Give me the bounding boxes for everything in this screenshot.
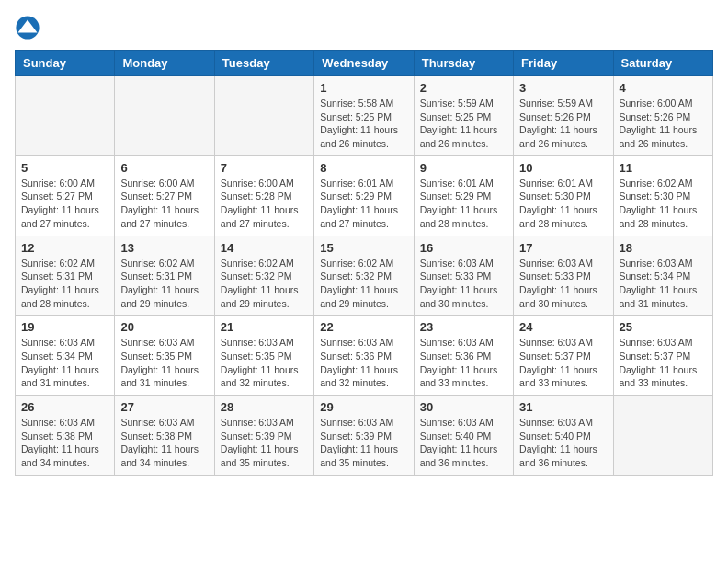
calendar-cell: 14Sunrise: 6:02 AMSunset: 5:32 PMDayligh… [214, 236, 313, 316]
calendar-cell: 5Sunrise: 6:00 AMSunset: 5:27 PMDaylight… [16, 155, 115, 236]
calendar-cell: 25Sunrise: 6:03 AMSunset: 5:37 PMDayligh… [613, 316, 712, 396]
day-number: 23 [420, 320, 507, 334]
day-number: 7 [221, 161, 308, 175]
day-info: Sunrise: 6:03 AMSunset: 5:35 PMDaylight:… [120, 336, 208, 390]
calendar-cell: 4Sunrise: 6:00 AMSunset: 5:26 PMDaylight… [613, 76, 712, 156]
day-info: Sunrise: 6:03 AMSunset: 5:35 PMDaylight:… [221, 336, 308, 390]
day-number: 30 [420, 400, 507, 414]
calendar-week-row: 5Sunrise: 6:00 AMSunset: 5:27 PMDaylight… [16, 155, 713, 236]
logo [15, 15, 44, 40]
logo-icon [15, 15, 40, 40]
day-number: 6 [120, 161, 208, 175]
day-info: Sunrise: 5:59 AMSunset: 5:26 PMDaylight:… [519, 97, 607, 151]
day-number: 14 [221, 241, 308, 255]
day-number: 26 [21, 400, 108, 414]
calendar-cell: 16Sunrise: 6:03 AMSunset: 5:33 PMDayligh… [414, 236, 513, 316]
calendar-cell: 21Sunrise: 6:03 AMSunset: 5:35 PMDayligh… [214, 316, 313, 396]
day-number: 9 [420, 161, 507, 175]
day-info: Sunrise: 6:03 AMSunset: 5:40 PMDaylight:… [519, 416, 607, 470]
calendar-cell [214, 76, 313, 156]
page-header [15, 15, 713, 40]
day-number: 2 [420, 81, 507, 95]
day-info: Sunrise: 6:03 AMSunset: 5:39 PMDaylight:… [320, 416, 407, 470]
day-number: 27 [120, 400, 208, 414]
calendar-cell: 31Sunrise: 6:03 AMSunset: 5:40 PMDayligh… [514, 396, 613, 476]
day-number: 1 [320, 81, 407, 95]
day-info: Sunrise: 6:01 AMSunset: 5:30 PMDaylight:… [519, 177, 607, 231]
day-number: 20 [120, 320, 208, 334]
day-info: Sunrise: 6:03 AMSunset: 5:34 PMDaylight:… [21, 336, 108, 390]
day-header: Friday [514, 51, 613, 76]
day-number: 8 [320, 161, 407, 175]
day-info: Sunrise: 6:01 AMSunset: 5:29 PMDaylight:… [320, 177, 407, 231]
day-number: 12 [21, 241, 108, 255]
day-info: Sunrise: 6:02 AMSunset: 5:32 PMDaylight:… [221, 257, 308, 311]
calendar-cell: 18Sunrise: 6:03 AMSunset: 5:34 PMDayligh… [613, 236, 712, 316]
calendar-cell: 8Sunrise: 6:01 AMSunset: 5:29 PMDaylight… [314, 155, 414, 236]
calendar-week-row: 26Sunrise: 6:03 AMSunset: 5:38 PMDayligh… [16, 396, 713, 476]
day-number: 4 [620, 81, 707, 95]
day-number: 5 [21, 161, 108, 175]
day-number: 13 [120, 241, 208, 255]
day-info: Sunrise: 5:58 AMSunset: 5:25 PMDaylight:… [320, 97, 407, 151]
day-info: Sunrise: 6:00 AMSunset: 5:28 PMDaylight:… [221, 177, 308, 231]
calendar-cell: 3Sunrise: 5:59 AMSunset: 5:26 PMDaylight… [514, 76, 613, 156]
calendar-cell: 12Sunrise: 6:02 AMSunset: 5:31 PMDayligh… [16, 236, 115, 316]
day-info: Sunrise: 6:02 AMSunset: 5:31 PMDaylight:… [120, 257, 208, 311]
calendar-table: SundayMondayTuesdayWednesdayThursdayFrid… [15, 50, 713, 476]
calendar-cell [16, 76, 115, 156]
calendar-header-row: SundayMondayTuesdayWednesdayThursdayFrid… [16, 51, 713, 76]
day-number: 21 [221, 320, 308, 334]
calendar-cell: 29Sunrise: 6:03 AMSunset: 5:39 PMDayligh… [314, 396, 414, 476]
day-info: Sunrise: 6:03 AMSunset: 5:33 PMDaylight:… [519, 257, 607, 311]
day-info: Sunrise: 6:03 AMSunset: 5:33 PMDaylight:… [420, 257, 507, 311]
day-info: Sunrise: 6:03 AMSunset: 5:38 PMDaylight:… [120, 416, 208, 470]
day-number: 24 [519, 320, 607, 334]
day-info: Sunrise: 6:02 AMSunset: 5:32 PMDaylight:… [320, 257, 407, 311]
calendar-cell: 23Sunrise: 6:03 AMSunset: 5:36 PMDayligh… [414, 316, 513, 396]
day-number: 22 [320, 320, 407, 334]
calendar-cell: 22Sunrise: 6:03 AMSunset: 5:36 PMDayligh… [314, 316, 414, 396]
day-number: 11 [620, 161, 707, 175]
day-number: 10 [519, 161, 607, 175]
day-info: Sunrise: 6:00 AMSunset: 5:27 PMDaylight:… [21, 177, 108, 231]
day-header: Saturday [613, 51, 712, 76]
day-info: Sunrise: 6:03 AMSunset: 5:38 PMDaylight:… [21, 416, 108, 470]
day-number: 18 [620, 241, 707, 255]
day-info: Sunrise: 6:00 AMSunset: 5:27 PMDaylight:… [120, 177, 208, 231]
calendar-cell [115, 76, 214, 156]
day-info: Sunrise: 6:00 AMSunset: 5:26 PMDaylight:… [620, 97, 707, 151]
calendar-cell: 10Sunrise: 6:01 AMSunset: 5:30 PMDayligh… [514, 155, 613, 236]
day-number: 19 [21, 320, 108, 334]
day-info: Sunrise: 6:03 AMSunset: 5:34 PMDaylight:… [620, 257, 707, 311]
calendar-cell: 20Sunrise: 6:03 AMSunset: 5:35 PMDayligh… [115, 316, 214, 396]
day-number: 3 [519, 81, 607, 95]
day-number: 15 [320, 241, 407, 255]
calendar-cell: 6Sunrise: 6:00 AMSunset: 5:27 PMDaylight… [115, 155, 214, 236]
calendar-cell: 26Sunrise: 6:03 AMSunset: 5:38 PMDayligh… [16, 396, 115, 476]
calendar-cell: 7Sunrise: 6:00 AMSunset: 5:28 PMDaylight… [214, 155, 313, 236]
day-header: Thursday [414, 51, 513, 76]
calendar-cell: 19Sunrise: 6:03 AMSunset: 5:34 PMDayligh… [16, 316, 115, 396]
day-info: Sunrise: 6:02 AMSunset: 5:30 PMDaylight:… [620, 177, 707, 231]
day-info: Sunrise: 6:03 AMSunset: 5:36 PMDaylight:… [320, 336, 407, 390]
day-number: 25 [620, 320, 707, 334]
calendar-cell: 2Sunrise: 5:59 AMSunset: 5:25 PMDaylight… [414, 76, 513, 156]
day-header: Tuesday [214, 51, 313, 76]
day-info: Sunrise: 6:03 AMSunset: 5:37 PMDaylight:… [620, 336, 707, 390]
day-header: Wednesday [314, 51, 414, 76]
calendar-cell: 9Sunrise: 6:01 AMSunset: 5:29 PMDaylight… [414, 155, 513, 236]
day-info: Sunrise: 5:59 AMSunset: 5:25 PMDaylight:… [420, 97, 507, 151]
calendar-cell: 13Sunrise: 6:02 AMSunset: 5:31 PMDayligh… [115, 236, 214, 316]
day-info: Sunrise: 6:02 AMSunset: 5:31 PMDaylight:… [21, 257, 108, 311]
calendar-week-row: 12Sunrise: 6:02 AMSunset: 5:31 PMDayligh… [16, 236, 713, 316]
calendar-cell [613, 396, 712, 476]
calendar-cell: 28Sunrise: 6:03 AMSunset: 5:39 PMDayligh… [214, 396, 313, 476]
calendar-cell: 24Sunrise: 6:03 AMSunset: 5:37 PMDayligh… [514, 316, 613, 396]
calendar-cell: 17Sunrise: 6:03 AMSunset: 5:33 PMDayligh… [514, 236, 613, 316]
calendar-cell: 15Sunrise: 6:02 AMSunset: 5:32 PMDayligh… [314, 236, 414, 316]
day-info: Sunrise: 6:03 AMSunset: 5:39 PMDaylight:… [221, 416, 308, 470]
calendar-week-row: 19Sunrise: 6:03 AMSunset: 5:34 PMDayligh… [16, 316, 713, 396]
day-header: Monday [115, 51, 214, 76]
calendar-cell: 11Sunrise: 6:02 AMSunset: 5:30 PMDayligh… [613, 155, 712, 236]
